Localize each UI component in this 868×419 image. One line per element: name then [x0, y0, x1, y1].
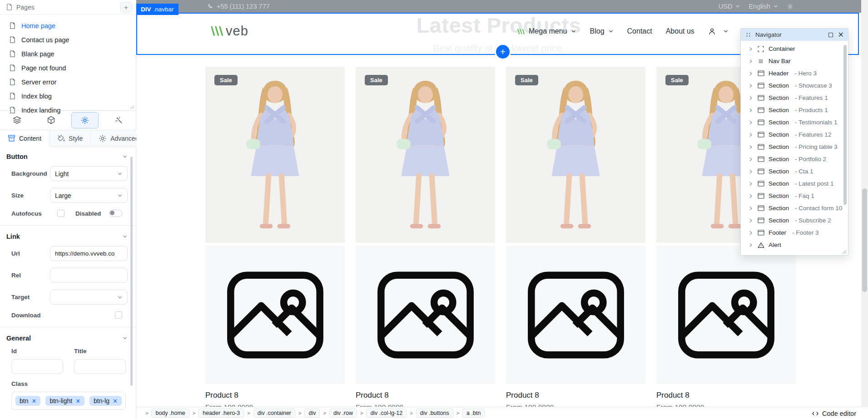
expand-chevron-icon[interactable]: [749, 47, 753, 51]
currency-dropdown[interactable]: USD: [719, 3, 741, 10]
breadcrumb-chip[interactable]: body .home: [151, 409, 189, 418]
product-image-placeholder[interactable]: [656, 246, 796, 384]
maximize-icon[interactable]: [828, 32, 833, 38]
navigator-node[interactable]: Section - Latest post 1: [741, 177, 848, 190]
expand-chevron-icon[interactable]: [749, 108, 753, 113]
general-section-header[interactable]: General: [6, 335, 128, 342]
breadcrumb-chip[interactable]: a .btn: [462, 409, 485, 418]
navigator-node[interactable]: Section - Portfolio 2: [741, 153, 848, 165]
breadcrumb-chip[interactable]: header .hero-3: [198, 409, 244, 418]
background-select[interactable]: Light: [50, 166, 128, 181]
navigator-node[interactable]: Section - Cta 1: [741, 165, 848, 177]
navigator-node[interactable]: Footer - Footer 3: [741, 227, 848, 239]
remove-class-icon[interactable]: ✕: [113, 398, 118, 404]
autofocus-checkbox[interactable]: [57, 210, 64, 217]
id-input[interactable]: [11, 359, 63, 374]
product-image-placeholder[interactable]: [205, 246, 345, 384]
product-image-placeholder[interactable]: [356, 246, 495, 384]
target-select[interactable]: [50, 290, 128, 305]
product-photo[interactable]: Sale: [506, 67, 645, 243]
tab-components[interactable]: [34, 110, 68, 130]
page-list-item[interactable]: Contact us page: [0, 33, 136, 47]
expand-chevron-icon[interactable]: [749, 243, 753, 247]
page-list-item[interactable]: Server error: [0, 75, 136, 89]
navigator-scrollbar[interactable]: [843, 45, 847, 205]
product-photo[interactable]: Sale: [205, 67, 345, 243]
navigator-node[interactable]: Section - Products 1: [741, 104, 848, 116]
sidebar-scrollbar[interactable]: [130, 157, 133, 386]
tab-blocks[interactable]: [0, 110, 34, 130]
breadcrumb-chip[interactable]: div .col-lg-12: [366, 409, 407, 418]
add-block-button[interactable]: +: [495, 44, 511, 60]
product-card[interactable]: Sale Product 8 From 100.0000: [506, 67, 645, 411]
page-list-item[interactable]: Home page: [0, 19, 136, 33]
pages-resize-handle[interactable]: [130, 105, 134, 109]
navigator-node[interactable]: Section - Features 12: [741, 128, 848, 141]
navigator-header[interactable]: Navigator ✕: [741, 29, 848, 41]
navigator-node[interactable]: Header - Hero 3: [741, 67, 848, 79]
page-list-item[interactable]: Page not found: [0, 61, 136, 75]
nav-menu-item[interactable]: Blog: [590, 27, 614, 35]
nav-menu-item[interactable]: About us: [666, 27, 694, 35]
subtab-style[interactable]: Style: [50, 130, 91, 147]
close-icon[interactable]: ✕: [838, 31, 844, 39]
size-select[interactable]: Large: [50, 188, 128, 203]
nav-menu-item[interactable]: Mega menu: [517, 27, 576, 35]
product-card[interactable]: Sale Product 8 From 100.0000: [205, 67, 345, 411]
navigator-node[interactable]: Section - Showcase 3: [741, 79, 848, 92]
drag-handle-icon[interactable]: [746, 32, 751, 37]
expand-chevron-icon[interactable]: [749, 84, 753, 88]
breadcrumb-chip[interactable]: div .row: [329, 409, 357, 418]
phone-link[interactable]: +55 (111) 123 777: [207, 0, 270, 13]
product-photo[interactable]: Sale: [356, 67, 495, 243]
expand-chevron-icon[interactable]: [749, 133, 753, 137]
expand-chevron-icon[interactable]: [749, 169, 753, 174]
page-list-item[interactable]: Index blog: [0, 89, 136, 103]
disabled-toggle[interactable]: [109, 210, 122, 217]
tab-wizard[interactable]: [102, 110, 136, 130]
navigator-node[interactable]: Section - Subscribe 2: [741, 214, 848, 227]
expand-chevron-icon[interactable]: [749, 96, 753, 100]
button-section-header[interactable]: Button: [6, 153, 128, 160]
rel-input[interactable]: [50, 268, 128, 283]
link-section-header[interactable]: Link: [6, 233, 128, 240]
breadcrumb-chip[interactable]: div: [304, 409, 320, 418]
language-dropdown[interactable]: English: [749, 3, 779, 10]
add-page-button[interactable]: +: [120, 2, 132, 13]
download-checkbox[interactable]: [115, 311, 122, 319]
url-input[interactable]: [50, 246, 128, 261]
nav-menu-item[interactable]: [708, 28, 729, 35]
product-card[interactable]: Sale Product 8 From 100.0000: [356, 67, 495, 411]
subtab-content[interactable]: Content: [0, 130, 50, 147]
navigator-node[interactable]: Section - Testimonials 1: [741, 116, 848, 128]
remove-class-icon[interactable]: ✕: [31, 398, 36, 404]
class-chip[interactable]: btn-light ✕: [45, 396, 84, 406]
code-editor-button[interactable]: Code editor: [812, 410, 856, 417]
tab-properties[interactable]: [68, 110, 102, 130]
expand-chevron-icon[interactable]: [749, 194, 753, 198]
breadcrumb-chip[interactable]: div .buttons: [416, 409, 453, 418]
navigator-node[interactable]: Nav Bar: [741, 55, 848, 67]
site-logo[interactable]: veb: [210, 25, 248, 38]
expand-chevron-icon[interactable]: [749, 218, 753, 223]
navigator-node[interactable]: Section - Features 1: [741, 92, 848, 104]
expand-chevron-icon[interactable]: [749, 182, 753, 186]
page-list-item[interactable]: Blank page: [0, 47, 136, 61]
class-chip[interactable]: btn ✕: [15, 396, 40, 406]
canvas-scrollbar-thumb[interactable]: [862, 188, 867, 292]
expand-chevron-icon[interactable]: [749, 206, 753, 211]
breadcrumb-chip[interactable]: div .container: [253, 409, 295, 418]
navigator-node[interactable]: Container: [741, 43, 848, 55]
remove-class-icon[interactable]: ✕: [75, 398, 80, 404]
navigator-node[interactable]: Section - Pricing table 3: [741, 141, 848, 153]
expand-chevron-icon[interactable]: [749, 71, 753, 76]
navigator-node[interactable]: Alert: [741, 239, 848, 251]
title-input[interactable]: [74, 359, 126, 374]
navigator-resize-handle[interactable]: [842, 250, 847, 254]
expand-chevron-icon[interactable]: [749, 157, 753, 162]
expand-chevron-icon[interactable]: [749, 120, 753, 125]
product-image-placeholder[interactable]: [506, 246, 645, 384]
navigator-node[interactable]: Section - Contact form 10: [741, 202, 848, 214]
navigator-node[interactable]: Section - Faq 1: [741, 190, 848, 202]
expand-chevron-icon[interactable]: [749, 145, 753, 149]
